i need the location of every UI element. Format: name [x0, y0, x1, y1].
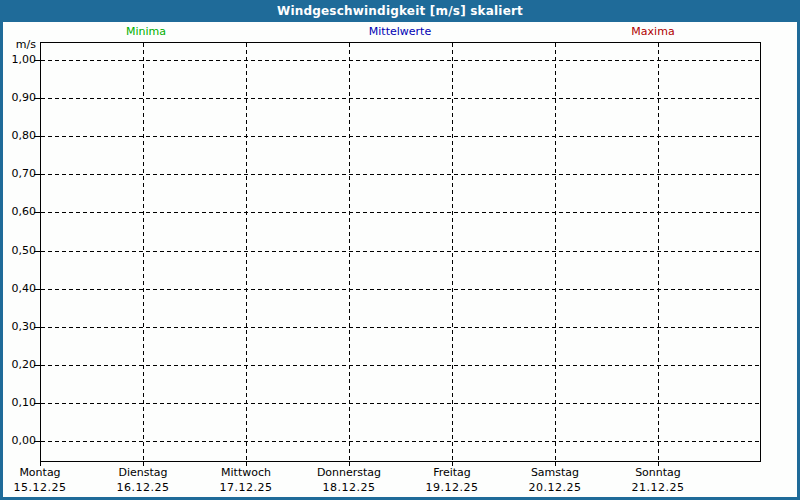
x-gridline: [658, 43, 659, 461]
y-gridline: [41, 403, 760, 404]
y-gridline: [41, 441, 760, 442]
day-date: 20.12.25: [500, 481, 610, 495]
y-gridline: [41, 136, 760, 137]
y-gridline: [41, 365, 760, 366]
y-tick-label: 0,10: [3, 396, 36, 409]
x-day-label: Dienstag16.12.25: [88, 466, 198, 495]
y-tick-label: 0,20: [3, 358, 36, 371]
x-day-label: Mittwoch17.12.25: [191, 466, 301, 495]
day-date: 17.12.25: [191, 481, 301, 495]
title-bar: Windgeschwindigkeit [m/s] skaliert: [0, 0, 800, 22]
y-tick-label: 0,00: [3, 434, 36, 447]
legend-minima: Minima: [126, 25, 166, 39]
y-tick-label: 0,40: [3, 282, 36, 295]
day-date: 16.12.25: [88, 481, 198, 495]
x-day-label: Sonntag21.12.25: [603, 466, 713, 495]
x-day-label: Montag15.12.25: [0, 466, 95, 495]
x-day-label: Samstag20.12.25: [500, 466, 610, 495]
x-day-label: Donnerstag18.12.25: [294, 466, 404, 495]
legend-mittelwerte: Mittelwerte: [369, 25, 431, 39]
y-gridline: [41, 212, 760, 213]
y-axis-unit-label: m/s: [3, 38, 36, 51]
y-tick-label: 0,50: [3, 244, 36, 257]
y-gridline: [41, 174, 760, 175]
day-date: 21.12.25: [603, 481, 713, 495]
y-tick-label: 0,70: [3, 167, 36, 180]
y-tick-label: 0,80: [3, 129, 36, 142]
y-gridline: [41, 98, 760, 99]
day-name: Samstag: [500, 466, 610, 480]
x-day-label: Freitag19.12.25: [397, 466, 507, 495]
day-name: Dienstag: [88, 466, 198, 480]
y-tick-label: 0,90: [3, 91, 36, 104]
legend-maxima: Maxima: [631, 25, 674, 39]
day-date: 19.12.25: [397, 481, 507, 495]
chart-title: Windgeschwindigkeit [m/s] skaliert: [277, 4, 523, 18]
day-name: Donnerstag: [294, 466, 404, 480]
y-tick-label: 0,30: [3, 320, 36, 333]
day-name: Mittwoch: [191, 466, 301, 480]
day-date: 15.12.25: [0, 481, 95, 495]
day-date: 18.12.25: [294, 481, 404, 495]
chart-content: Minima Mittelwerte Maxima m/s 1,000,900,…: [3, 22, 797, 497]
x-gridline: [349, 43, 350, 461]
day-name: Sonntag: [603, 466, 713, 480]
plot-area: [40, 42, 761, 462]
y-tick-label: 0,60: [3, 205, 36, 218]
y-gridline: [41, 251, 760, 252]
chart-window: Windgeschwindigkeit [m/s] skaliert Minim…: [0, 0, 800, 500]
y-gridline: [41, 60, 760, 61]
y-gridline: [41, 327, 760, 328]
x-gridline: [555, 43, 556, 461]
day-name: Montag: [0, 466, 95, 480]
x-gridline: [452, 43, 453, 461]
y-gridline: [41, 289, 760, 290]
day-name: Freitag: [397, 466, 507, 480]
x-gridline: [143, 43, 144, 461]
x-gridline: [246, 43, 247, 461]
y-tick-label: 1,00: [3, 53, 36, 66]
